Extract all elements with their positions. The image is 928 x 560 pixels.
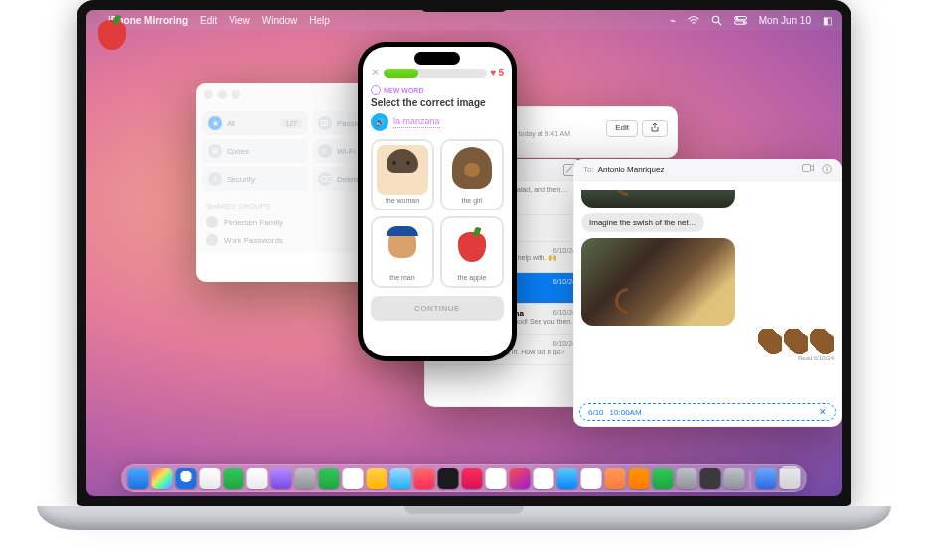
- answer-card-the-apple[interactable]: the apple: [440, 216, 504, 288]
- attachment-image[interactable]: [581, 238, 735, 326]
- category-icon: ⚿: [318, 116, 332, 130]
- airdrop-icon[interactable]: ⌁: [670, 15, 676, 26]
- dock-app[interactable]: [700, 468, 721, 489]
- clap-sticker-icon: [810, 329, 834, 354]
- iphone-mirror-window[interactable]: ✕ ♥5 NEW WORD Select the correct image 🔊…: [358, 42, 517, 361]
- dock-app[interactable]: [343, 468, 364, 489]
- dock-app[interactable]: [367, 468, 387, 489]
- svg-rect-6: [803, 164, 811, 171]
- target-word[interactable]: la manzana: [393, 116, 440, 128]
- share-button[interactable]: [642, 120, 668, 137]
- answer-card-the-man[interactable]: the man: [371, 216, 434, 288]
- svg-line-1: [718, 22, 721, 25]
- dock-app[interactable]: [176, 468, 197, 489]
- passwords-category-all[interactable]: ★All127: [202, 111, 308, 135]
- continue-button[interactable]: CONTINUE: [371, 296, 504, 321]
- svg-point-0: [712, 16, 718, 22]
- spotlight-icon[interactable]: [711, 15, 722, 26]
- dock-app[interactable]: [462, 468, 483, 489]
- dock[interactable]: [122, 464, 807, 492]
- dock-app[interactable]: [724, 468, 745, 489]
- dock-app[interactable]: [319, 468, 340, 489]
- scheduled-send-pill[interactable]: 6/10 10:00AM ✕: [579, 403, 836, 421]
- dock-app[interactable]: [629, 468, 650, 489]
- card-illustration: [446, 145, 498, 195]
- menubar-clock[interactable]: Mon Jun 10: [759, 15, 811, 26]
- dock-separator: [750, 471, 751, 489]
- camera-notch: [419, 0, 509, 12]
- screen-bezel: iPhone Mirroring Edit View Window Help ⌁: [77, 0, 851, 506]
- desktop-wallpaper: iPhone Mirroring Edit View Window Help ⌁: [86, 10, 842, 496]
- menubar-user-icon[interactable]: ◧: [823, 15, 832, 26]
- sticker-reaction[interactable]: [758, 329, 834, 354]
- menubar-item[interactable]: Edit: [200, 15, 217, 26]
- scheduled-time: 10:00AM: [610, 408, 642, 417]
- dock-app[interactable]: [224, 468, 244, 489]
- clap-sticker-icon: [784, 329, 808, 354]
- dock-app[interactable]: [605, 468, 626, 489]
- wifi-icon[interactable]: [688, 15, 699, 25]
- answer-card-the-woman[interactable]: the woman: [371, 139, 434, 210]
- new-word-tag: NEW WORD: [371, 85, 504, 95]
- dock-downloads[interactable]: [756, 468, 777, 489]
- to-name[interactable]: Antonio Manriquez: [598, 165, 665, 174]
- category-icon: ★: [208, 116, 222, 130]
- svg-point-8: [826, 166, 827, 167]
- passwords-category-codes[interactable]: ⧉Codes: [202, 139, 308, 163]
- dynamic-island: [414, 52, 460, 65]
- cancel-schedule-icon[interactable]: ✕: [819, 407, 827, 417]
- dock-app[interactable]: [677, 468, 697, 489]
- to-label: To:: [583, 165, 594, 174]
- clap-sticker-icon: [758, 329, 782, 354]
- dock-trash[interactable]: [780, 468, 801, 489]
- dock-app[interactable]: [653, 468, 674, 489]
- category-icon: ᯤ: [318, 144, 332, 158]
- dock-app[interactable]: [486, 468, 507, 489]
- menubar: iPhone Mirroring Edit View Window Help ⌁: [86, 10, 842, 30]
- svg-point-4: [736, 16, 738, 18]
- attachment-image[interactable]: [581, 190, 735, 208]
- edit-button[interactable]: Edit: [606, 120, 638, 137]
- incoming-message[interactable]: Imagine the swish of the net…: [581, 213, 704, 232]
- video-call-icon[interactable]: [802, 164, 814, 176]
- category-icon: ⚠: [208, 172, 222, 186]
- control-center-icon[interactable]: [734, 16, 747, 25]
- menubar-item[interactable]: Help: [309, 15, 330, 26]
- dock-app[interactable]: [271, 468, 292, 489]
- macbook-frame: iPhone Mirroring Edit View Window Help ⌁: [37, 0, 891, 560]
- messages-conversation-window[interactable]: To: Antonio Manriquez Imagine the swish …: [573, 159, 842, 427]
- dock-app[interactable]: [295, 468, 316, 489]
- answer-card-the-girl[interactable]: the girl: [440, 139, 504, 210]
- svg-rect-9: [826, 168, 827, 171]
- speaker-icon[interactable]: 🔊: [371, 113, 388, 131]
- macbook-base: [37, 506, 891, 530]
- traffic-lights[interactable]: [204, 90, 240, 99]
- dock-app[interactable]: [534, 468, 554, 489]
- card-illustration: [377, 145, 428, 195]
- dock-app[interactable]: [390, 468, 411, 489]
- category-icon: ⌫: [318, 172, 332, 186]
- dock-app[interactable]: [128, 468, 149, 489]
- dock-app[interactable]: [152, 468, 173, 489]
- scheduled-date: 6/10: [588, 408, 604, 417]
- menubar-item[interactable]: View: [229, 15, 250, 26]
- dock-app[interactable]: [510, 468, 531, 489]
- passwords-category-security[interactable]: ⚠Security: [202, 167, 308, 191]
- card-illustration: [446, 222, 498, 272]
- info-icon[interactable]: [822, 164, 832, 176]
- dock-app[interactable]: [200, 468, 221, 489]
- svg-point-5: [743, 21, 745, 23]
- read-receipt: Read 6/10/24: [581, 355, 834, 361]
- dock-app[interactable]: [557, 468, 578, 489]
- dock-app[interactable]: [581, 468, 602, 489]
- dock-app[interactable]: [414, 468, 435, 489]
- close-lesson-icon[interactable]: ✕: [371, 67, 380, 79]
- card-illustration: [377, 222, 428, 272]
- lesson-prompt: Select the correct image: [371, 97, 504, 108]
- category-icon: ⧉: [208, 144, 222, 158]
- hearts-counter[interactable]: ♥5: [491, 68, 505, 78]
- progress-bar: [384, 69, 487, 78]
- menubar-item[interactable]: Window: [262, 15, 298, 26]
- dock-app[interactable]: [247, 468, 268, 489]
- dock-app[interactable]: [438, 468, 459, 489]
